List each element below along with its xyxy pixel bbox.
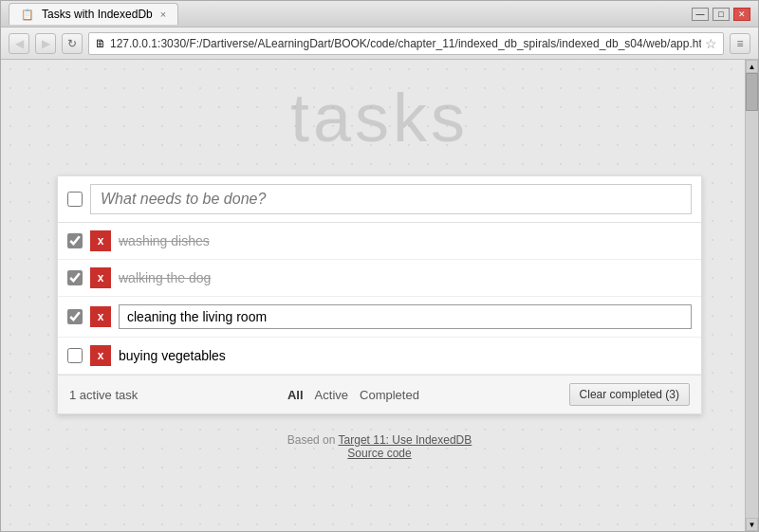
scrollbar: ▲ ▼: [745, 60, 758, 531]
forward-button[interactable]: ▶: [35, 33, 56, 54]
page-wrapper: tasks x washing dishes: [1, 60, 758, 531]
refresh-button[interactable]: ↻: [62, 33, 83, 54]
delete-btn-2[interactable]: x: [90, 267, 111, 288]
todo-container: x washing dishes x walking the dog x: [57, 175, 702, 414]
filter-completed[interactable]: Completed: [360, 388, 419, 402]
footer-source: Source code: [287, 447, 472, 460]
todo-text-2: walking the dog: [119, 270, 692, 285]
filter-active[interactable]: Active: [315, 388, 348, 402]
new-todo-input[interactable]: [90, 184, 692, 214]
filter-links: All Active Completed: [287, 388, 419, 402]
back-icon: ◀: [15, 37, 24, 50]
maximize-button[interactable]: □: [713, 8, 730, 21]
list-item: x buying vegetables: [58, 338, 701, 375]
scrollbar-up[interactable]: ▲: [746, 60, 758, 73]
filter-all[interactable]: All: [287, 388, 304, 402]
delete-btn-4[interactable]: x: [90, 345, 111, 366]
tab-title: Tasks with IndexedDb: [42, 8, 153, 21]
todo-checkbox-2[interactable]: [67, 270, 83, 285]
todo-footer: 1 active task All Active Completed Clear…: [58, 375, 701, 413]
address-bar[interactable]: 🗎 ☆: [88, 32, 724, 55]
page-footer: Based on Target 11: Use IndexedDB Source…: [287, 414, 472, 469]
todo-checkbox-4[interactable]: [67, 348, 83, 363]
delete-btn-1[interactable]: x: [90, 230, 111, 251]
footer-based-on: Based on Target 11: Use IndexedDB: [287, 433, 472, 447]
active-task-count: 1 active task: [69, 388, 138, 402]
todo-list: x washing dishes x walking the dog x: [58, 223, 701, 375]
list-item: x: [58, 297, 701, 338]
clear-completed-button[interactable]: Clear completed (3): [569, 383, 690, 406]
refresh-icon: ↻: [67, 37, 77, 50]
back-button[interactable]: ◀: [9, 33, 29, 54]
app-title: tasks: [290, 79, 469, 156]
tab-icon: 📋: [21, 9, 34, 21]
browser-tab[interactable]: 📋 Tasks with IndexedDb ×: [9, 3, 178, 25]
menu-icon: ≡: [736, 37, 743, 50]
todo-text-1: washing dishes: [119, 233, 692, 248]
list-item: x walking the dog: [58, 260, 701, 297]
source-code-link[interactable]: Source code: [347, 447, 411, 460]
forward-icon: ▶: [42, 37, 50, 50]
todo-edit-input-3[interactable]: [119, 304, 692, 329]
window-controls: — □ ✕: [692, 8, 750, 21]
delete-btn-3[interactable]: x: [90, 306, 111, 327]
todo-checkbox-1[interactable]: [67, 233, 83, 248]
bookmark-icon[interactable]: ☆: [705, 36, 717, 51]
page-content: tasks x washing dishes: [1, 60, 758, 531]
minimize-button[interactable]: —: [692, 8, 709, 21]
scrollbar-down[interactable]: ▼: [746, 518, 758, 531]
address-input[interactable]: [110, 37, 701, 50]
page-inner: tasks x washing dishes: [1, 60, 758, 531]
todo-input-row: [58, 176, 701, 223]
todo-text-4: buying vegetables: [119, 348, 692, 363]
menu-button[interactable]: ≡: [730, 33, 750, 54]
scrollbar-thumb[interactable]: [746, 73, 758, 111]
nav-bar: ◀ ▶ ↻ 🗎 ☆ ≡: [1, 28, 758, 60]
browser-window: 📋 Tasks with IndexedDb × — □ ✕ ◀ ▶ ↻ 🗎 ☆…: [0, 0, 759, 532]
toggle-all-checkbox[interactable]: [67, 192, 83, 207]
close-button[interactable]: ✕: [733, 8, 750, 21]
todo-checkbox-3[interactable]: [67, 309, 83, 324]
indexeddb-link[interactable]: Target 11: Use IndexedDB: [339, 433, 472, 447]
list-item: x washing dishes: [58, 223, 701, 260]
tab-close-btn[interactable]: ×: [160, 9, 166, 20]
page-icon: 🗎: [95, 37, 106, 50]
title-bar-left: 📋 Tasks with IndexedDb ×: [9, 3, 178, 25]
title-bar: 📋 Tasks with IndexedDb × — □ ✕: [1, 1, 758, 28]
